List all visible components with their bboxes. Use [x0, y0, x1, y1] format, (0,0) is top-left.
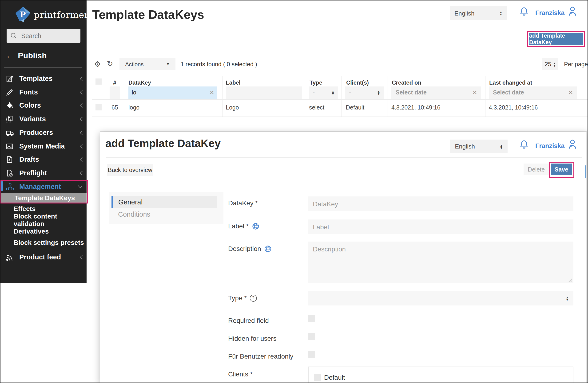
sidebar-item-block-content-validation[interactable]: Block content validation	[14, 215, 86, 225]
filter-type-select[interactable]: - ▲▼	[309, 86, 338, 99]
readonly-field-label: Für Benutzer readonly	[228, 352, 293, 360]
col-header-changed: Last changed at	[489, 79, 532, 86]
table-settings-gear-icon[interactable]: ⚙	[94, 60, 101, 69]
user-avatar-icon[interactable]	[567, 6, 578, 19]
active-tab-bar	[111, 196, 113, 208]
sidebar-item-label: Fonts	[19, 88, 38, 96]
col-header-clients: Client(s)	[346, 79, 369, 86]
save-button[interactable]: Save	[551, 164, 572, 175]
chevron-left-icon	[80, 130, 83, 135]
notifications-bell-icon[interactable]	[519, 7, 529, 19]
cell-label: Logo	[226, 101, 239, 114]
client-default-checkbox[interactable]	[314, 374, 321, 381]
filter-datakey-input[interactable]: lo ×	[128, 86, 217, 99]
filter-type-value: -	[313, 89, 315, 96]
client-default-label: Default	[324, 374, 345, 381]
modal-user-avatar-icon[interactable]	[567, 139, 578, 152]
sidebar-item-label: Product feed	[19, 253, 61, 261]
filter-clients-select[interactable]: - ▲▼	[345, 86, 384, 99]
add-template-datakey-button[interactable]: add Template DataKey	[529, 33, 583, 45]
clear-filter-icon[interactable]: ×	[210, 89, 214, 96]
language-value: English	[454, 10, 474, 17]
select-arrows-icon: ▲▼	[377, 90, 380, 95]
hidden-checkbox[interactable]	[308, 333, 315, 340]
sidebar-item-fonts[interactable]: Fonts	[6, 86, 83, 98]
sidebar-item-templates[interactable]: Templates	[6, 73, 83, 84]
clear-filter-icon[interactable]: ×	[568, 89, 573, 96]
modal-toolbar-divider	[100, 183, 586, 183]
row-divider	[92, 116, 588, 117]
sidebar-item-colors[interactable]: Colors	[6, 100, 83, 111]
sidebar-item-drafts[interactable]: Drafts	[6, 154, 83, 165]
sidebar-item-derivatives[interactable]: Derivatives	[14, 226, 49, 236]
publish-label: Publish	[18, 51, 47, 61]
sidebar-item-preflight[interactable]: Preflight	[6, 167, 83, 179]
sidebar-item-system-media[interactable]: System Media	[6, 140, 83, 152]
sidebar-item-variants[interactable]: Variants	[6, 113, 83, 125]
chevron-left-icon	[80, 76, 83, 81]
chevron-left-icon	[80, 157, 83, 162]
delete-button[interactable]: Delete	[524, 164, 549, 175]
select-arrows-icon: ▲▼	[499, 11, 502, 16]
tab-label: General	[118, 198, 143, 206]
modal-title: add Template DataKey	[105, 137, 221, 150]
scrollbar-thumb[interactable]	[585, 165, 586, 178]
modal-language-select[interactable]: English ▲▼	[450, 140, 507, 153]
chevron-left-icon	[80, 103, 83, 108]
type-field-label: Type * ?	[228, 294, 257, 302]
sidebar-item-management[interactable]: Management	[6, 181, 83, 192]
logo-text: printformer	[34, 9, 89, 20]
filter-num-input[interactable]	[110, 86, 120, 99]
type-select[interactable]: ▲▼	[308, 291, 573, 306]
globe-icon	[252, 223, 259, 230]
filter-clients-value: -	[349, 89, 351, 96]
management-icon	[6, 182, 19, 191]
chevron-left-icon	[80, 116, 83, 121]
datakey-input[interactable]: DataKey	[308, 196, 573, 211]
cell-num: 65	[110, 101, 120, 114]
sidebar-search[interactable]	[7, 29, 81, 43]
actions-dropdown[interactable]: Actions ▼	[120, 58, 175, 70]
row-checkbox[interactable]	[96, 104, 102, 111]
sidebar-subitem-label: Effects	[14, 205, 36, 212]
label-input[interactable]: Label	[308, 219, 573, 234]
tab-conditions[interactable]: Conditions	[118, 211, 150, 218]
select-all-checkbox[interactable]	[96, 78, 102, 85]
per-page-select[interactable]: 25 ▲▼	[542, 58, 558, 70]
page-title: Template DataKeys	[92, 7, 204, 22]
templates-icon	[6, 75, 19, 82]
sidebar-item-template-datakeys-active[interactable]: Template DataKeys	[1, 193, 86, 203]
sort-down-icon[interactable]: ↓	[417, 78, 420, 86]
sidebar-item-block-settings-presets[interactable]: Block settings presets	[14, 237, 84, 248]
refresh-icon[interactable]: ↻	[107, 59, 113, 69]
modal-notifications-bell-icon[interactable]	[519, 140, 529, 152]
sidebar-item-producers[interactable]: Producers	[6, 127, 83, 138]
help-icon[interactable]: ?	[250, 294, 257, 302]
description-textarea[interactable]: Description	[308, 242, 573, 283]
chevron-left-icon	[80, 254, 83, 260]
tab-general[interactable]: General	[111, 196, 217, 208]
sidebar-item-product-feed[interactable]: Product feed	[6, 251, 83, 263]
chevron-down-icon	[78, 185, 83, 188]
language-select[interactable]: English ▲▼	[450, 6, 507, 20]
back-to-overview-button[interactable]: Back to overview	[107, 164, 153, 176]
back-to-publish[interactable]: ← Publish	[6, 50, 47, 61]
product-feed-rss-icon	[6, 253, 19, 261]
app-root: P printformer ← Publish Templates	[0, 0, 588, 383]
clear-filter-icon[interactable]: ×	[473, 89, 477, 96]
resize-handle-icon[interactable]	[568, 278, 572, 282]
add-datakey-modal: add Template DataKey English ▲▼ Franzisk…	[100, 132, 587, 383]
required-checkbox[interactable]	[308, 315, 315, 322]
language-value: English	[455, 143, 475, 150]
sidebar-subitem-label: Block content validation	[14, 212, 86, 228]
filter-label-input[interactable]	[226, 86, 302, 99]
input-placeholder: DataKey	[313, 200, 338, 208]
colors-icon	[6, 101, 19, 109]
filter-changed-date[interactable]: Select date ×	[489, 86, 577, 99]
sidebar-item-label: System Media	[19, 142, 65, 150]
logo[interactable]: P printformer	[15, 6, 89, 23]
search-input[interactable]	[20, 32, 74, 40]
system-media-icon	[6, 142, 19, 150]
filter-created-date[interactable]: Select date ×	[391, 86, 481, 99]
readonly-checkbox[interactable]	[308, 351, 315, 358]
